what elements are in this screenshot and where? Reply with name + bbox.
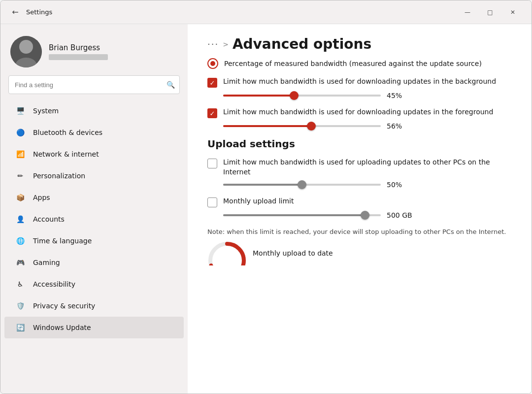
maximize-button[interactable]: □ [479, 4, 501, 20]
privacy-icon: 🛡️ [14, 300, 26, 312]
checkbox-background-label: Limit how much bandwidth is used for dow… [223, 77, 496, 87]
gaming-icon: 🎮 [14, 257, 26, 268]
slider-foreground-fill [223, 125, 311, 127]
sidebar-item-bluetooth-label: Bluetooth & devices [33, 129, 102, 136]
sidebar-item-accessibility-label: Accessibility [33, 280, 75, 288]
slider-internet-upload-thumb[interactable] [298, 180, 306, 189]
slider-background-fill [223, 95, 294, 97]
main-content: ··· > Advanced options Percentage of mea… [188, 24, 532, 394]
avatar [10, 36, 42, 67]
sidebar-item-privacy[interactable]: 🛡️ Privacy & security [4, 295, 184, 317]
slider-foreground-value: 56% [387, 122, 411, 130]
sidebar-item-system[interactable]: 🖥️ System [4, 100, 184, 122]
svg-point-1 [19, 40, 33, 54]
sidebar-item-network-label: Network & internet [33, 150, 99, 158]
accessibility-icon: ♿ [14, 278, 26, 290]
slider-monthly-track[interactable] [223, 214, 381, 216]
search-icon: 🔍 [166, 81, 175, 89]
breadcrumb-sep: > [223, 40, 229, 48]
system-icon: 🖥️ [14, 105, 26, 117]
back-button[interactable]: ← [8, 5, 22, 19]
checkbox-foreground-box[interactable]: ✓ [207, 108, 217, 118]
radio-label-measured: Percentage of measured bandwidth (measur… [224, 60, 482, 67]
personalization-icon: ✏️ [14, 170, 26, 182]
update-icon: 🔄 [14, 322, 26, 333]
monthly-circle-chart [207, 241, 247, 265]
accounts-icon: 👤 [14, 213, 26, 225]
app-title: Settings [26, 8, 52, 16]
slider-background-value: 45% [387, 92, 411, 99]
sidebar-item-accounts[interactable]: 👤 Accounts [4, 208, 184, 230]
breadcrumb-dots[interactable]: ··· [207, 39, 219, 49]
sidebar-item-time-label: Time & language [33, 237, 92, 245]
user-info: Brian Burgess [49, 43, 108, 60]
slider-internet-upload-track[interactable] [223, 184, 381, 186]
sidebar-item-personalization-label: Personalization [33, 172, 85, 180]
window-controls: — □ ✕ [457, 4, 524, 20]
user-name: Brian Burgess [49, 43, 108, 52]
checkbox-check-bg: ✓ [210, 79, 215, 87]
checkbox-monthly-limit-label: Monthly upload limit [223, 197, 294, 206]
time-icon: 🌐 [14, 235, 26, 247]
slider-background-track[interactable] [223, 95, 381, 97]
radio-option-measured[interactable]: Percentage of measured bandwidth (measur… [207, 58, 512, 69]
close-button[interactable]: ✕ [502, 4, 524, 20]
search-box: 🔍 [8, 75, 180, 94]
slider-monthly-thumb[interactable] [361, 211, 369, 220]
search-input[interactable] [8, 75, 180, 94]
apps-icon: 📦 [14, 192, 26, 203]
bluetooth-icon: 🔵 [14, 127, 26, 138]
monthly-circle-container [207, 241, 247, 265]
titlebar: ← Settings — □ ✕ [0, 0, 532, 24]
slider-foreground[interactable]: 56% [223, 122, 512, 130]
sidebar-item-apps-label: Apps [33, 194, 50, 201]
user-section: Brian Burgess [0, 32, 188, 75]
slider-internet-upload[interactable]: 50% [223, 181, 512, 189]
checkbox-check-fg: ✓ [210, 110, 215, 117]
slider-monthly[interactable]: 500 GB [223, 211, 512, 219]
checkbox-foreground[interactable]: ✓ Limit how much bandwidth is used for d… [207, 107, 512, 118]
sidebar-item-time[interactable]: 🌐 Time & language [4, 230, 184, 252]
checkbox-monthly-limit-box[interactable] [207, 197, 217, 207]
upload-section-title: Upload settings [207, 138, 512, 150]
sidebar-item-personalization[interactable]: ✏️ Personalization [4, 165, 184, 187]
sidebar-item-update[interactable]: 🔄 Windows Update [4, 317, 184, 338]
checkbox-monthly-limit[interactable]: Monthly upload limit [207, 197, 512, 207]
slider-internet-upload-value: 50% [387, 181, 411, 189]
checkbox-internet-upload-box[interactable] [207, 159, 217, 168]
sidebar: Brian Burgess 🔍 🖥️ System 🔵 Bluetooth & … [0, 24, 188, 394]
sidebar-item-accounts-label: Accounts [33, 215, 65, 223]
slider-background-thumb[interactable] [290, 91, 299, 100]
sidebar-item-accessibility[interactable]: ♿ Accessibility [4, 273, 184, 295]
sidebar-item-bluetooth[interactable]: 🔵 Bluetooth & devices [4, 122, 184, 143]
breadcrumb: ··· > Advanced options [207, 36, 512, 52]
sidebar-item-gaming-label: Gaming [33, 259, 60, 266]
checkbox-background-box[interactable]: ✓ [207, 78, 217, 88]
checkbox-internet-upload[interactable]: Limit how much bandwidth is used for upl… [207, 158, 512, 177]
sidebar-item-gaming[interactable]: 🎮 Gaming [4, 252, 184, 273]
monthly-upload-date-label: Monthly upload to date [253, 249, 333, 257]
sidebar-item-privacy-label: Privacy & security [33, 302, 95, 310]
page-title: Advanced options [233, 36, 371, 52]
sidebar-item-apps[interactable]: 📦 Apps [4, 187, 184, 208]
slider-monthly-fill [223, 214, 365, 216]
sidebar-item-network[interactable]: 📶 Network & internet [4, 143, 184, 165]
minimize-button[interactable]: — [457, 4, 478, 20]
monthly-upload-row: Monthly upload to date [207, 241, 512, 265]
sidebar-item-system-label: System [33, 107, 59, 115]
slider-foreground-thumb[interactable] [307, 122, 316, 131]
slider-background[interactable]: 45% [223, 92, 512, 99]
slider-foreground-track[interactable] [223, 125, 381, 127]
user-account-bar [49, 54, 108, 60]
upload-note: Note: when this limit is reached, your d… [207, 227, 512, 237]
network-icon: 📶 [14, 148, 26, 160]
checkbox-internet-upload-label: Limit how much bandwidth is used for upl… [223, 158, 512, 177]
checkbox-foreground-label: Limit how much bandwidth is used for dow… [223, 107, 493, 117]
slider-monthly-value: 500 GB [387, 211, 412, 219]
radio-button-measured[interactable] [207, 58, 218, 69]
sidebar-item-update-label: Windows Update [33, 324, 91, 331]
checkbox-background[interactable]: ✓ Limit how much bandwidth is used for d… [207, 77, 512, 88]
slider-internet-upload-fill [223, 184, 302, 186]
